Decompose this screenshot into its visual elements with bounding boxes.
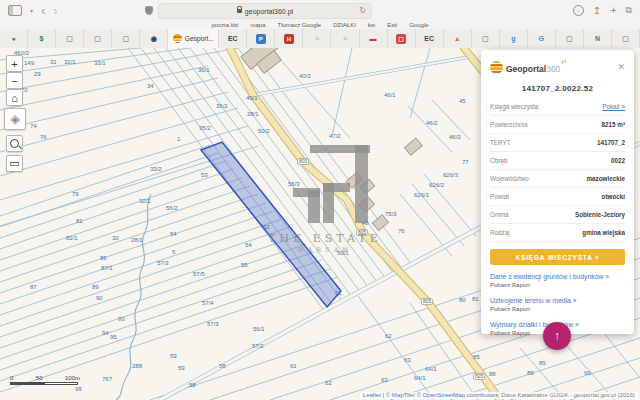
scale-100m: 100m (65, 375, 80, 381)
bookmark-item[interactable]: Google (409, 22, 428, 28)
pinned-tab[interactable]: ▢ (612, 29, 640, 48)
pinned-tab[interactable]: N (584, 29, 612, 48)
home-button[interactable]: ⌂ (6, 89, 23, 106)
tab-favicon: ▢ (566, 35, 573, 42)
parcel-label: 54 (170, 231, 177, 237)
pinned-tab[interactable]: P (247, 29, 275, 48)
bookmark-item[interactable]: mapa (250, 22, 265, 28)
ksiega-wieczysta-button[interactable]: KSIĘGA WIECZYSTA » (490, 249, 625, 265)
sidebar-toggle-icon[interactable] (8, 5, 22, 16)
parcel-label: 34 (147, 83, 154, 89)
pinned-tab[interactable]: ≡ (303, 29, 331, 48)
parcel-label: 46/2 (426, 120, 438, 126)
bookmarks-bar: poczta kbimapaTłumacz GoogleDZIAŁKIkwEst… (0, 20, 640, 29)
parcel-label: 51 (335, 290, 342, 296)
bookmark-item[interactable]: DZIAŁKI (333, 22, 356, 28)
parcel-label: 36/1 (198, 67, 210, 73)
parcel-label: 94 (102, 330, 109, 336)
report-download[interactable]: Pobierz Raport (490, 282, 625, 288)
brand-tld: .pl (560, 58, 566, 64)
bookmark-item[interactable]: kw (368, 22, 375, 28)
pinned-tab[interactable]: ◉ (140, 29, 168, 48)
parcel-label: 89 (527, 370, 534, 376)
parcel-label: 89 (539, 360, 546, 366)
bookmark-item[interactable]: poczta kbi (211, 22, 238, 28)
parcel-label: 59 (178, 365, 185, 371)
reload-icon[interactable]: ↻ (359, 6, 366, 15)
parcel-label: 82/1 (66, 235, 78, 241)
measure-button[interactable]: ▭ (6, 155, 23, 172)
parcel-label: 93 (118, 316, 125, 322)
privacy-shield-icon[interactable] (145, 6, 153, 15)
parcel-label: 56/2 (166, 205, 178, 211)
back-icon[interactable]: ‹ (41, 4, 45, 17)
row-label: Powiat (490, 193, 509, 200)
parcel-label: 56/1 (253, 326, 265, 332)
parcel-label: 79 (72, 191, 79, 197)
row-value: 0022 (611, 157, 625, 164)
pinned-tab[interactable]: ▢ (472, 29, 500, 48)
panel-row: TERYT141707_2 (490, 134, 625, 152)
row-value-link[interactable]: Pokaż » (602, 103, 625, 110)
pinned-tab[interactable]: g (500, 29, 528, 48)
new-tab-icon[interactable]: + (610, 4, 616, 16)
tab-overview-icon[interactable]: ⧉ (626, 5, 632, 16)
parcel-label: 80 (459, 297, 466, 303)
report-link[interactable]: Uzbrojenie terenu w media » (490, 297, 625, 304)
pinned-tab[interactable]: ▢ (56, 29, 84, 48)
bookmark-item[interactable]: Esti (387, 22, 397, 28)
pinned-tab[interactable]: EC (416, 29, 444, 48)
pinned-tab[interactable]: H (275, 29, 303, 48)
tab-favicon: EC (228, 35, 238, 42)
parcel-label: 99 (584, 370, 591, 376)
pinned-tab[interactable]: ▢ (112, 29, 140, 48)
scale-0: 0 (10, 375, 13, 381)
forward-icon[interactable]: › (53, 4, 57, 17)
layers-button[interactable]: ◈ (4, 108, 26, 130)
road-number-shield: 805 (297, 158, 309, 165)
pinned-tab[interactable]: G (528, 29, 556, 48)
scroll-up-fab[interactable]: ↑ (543, 322, 571, 350)
pinned-tab[interactable]: ▬ (360, 29, 388, 48)
close-icon[interactable]: ✕ (617, 62, 625, 72)
parcel-label: 89 (92, 284, 99, 290)
parcel-label: 47/2 (329, 133, 341, 139)
bookmark-item[interactable]: Tłumacz Google (277, 22, 321, 28)
tab-favicon: P (256, 34, 266, 44)
attribution-links[interactable]: Leaflet | © MapTiler © OpenStreetMap con… (363, 392, 500, 398)
parcel-label: 87/1 (101, 265, 113, 271)
zoom-out-button[interactable]: − (6, 72, 23, 89)
search-button[interactable] (6, 135, 23, 152)
browser-window: ▾ ‹ › geoportal360.pl ↻ ↓ ↥ + ⧉ poczta k… (0, 0, 640, 400)
parcel-label: 53 (201, 172, 208, 178)
report-link[interactable]: Dane z ewidencji gruntów i budynków » (490, 273, 625, 280)
downloads-icon[interactable]: ↓ (573, 5, 584, 16)
pinned-tab[interactable]: ● (0, 29, 28, 48)
parcel-label: 57/3 (207, 321, 219, 327)
parcel-label: 35/2 (199, 125, 211, 131)
pinned-tab[interactable]: ▲ (444, 29, 472, 48)
pinned-tab[interactable]: $ (28, 29, 56, 48)
parcel-label: 288 (132, 363, 142, 369)
share-icon[interactable]: ↥ (593, 5, 601, 16)
parcel-label: 61 (290, 363, 297, 369)
panel-row: GminaSobienie-Jeziory (490, 206, 625, 224)
parcel-label: 76 (398, 228, 405, 234)
scale-50: 50 (36, 375, 43, 381)
report-download[interactable]: Pobierz Raport (490, 306, 625, 312)
zoom-in-button[interactable]: + (6, 55, 23, 72)
chevron-down-icon[interactable]: ▾ (30, 7, 33, 14)
parcel-label: 1 (177, 136, 180, 142)
pinned-tab[interactable]: ▢ (84, 29, 112, 48)
parcel-label: 76 (40, 134, 47, 140)
selected-parcel[interactable] (201, 142, 341, 307)
row-label: Województwo (490, 175, 529, 182)
pinned-tab[interactable]: ≡ (331, 29, 359, 48)
active-tab-label: Geoport... (185, 35, 214, 42)
pinned-tab[interactable]: EC (219, 29, 247, 48)
active-tab-geoportal[interactable]: Geoport... (168, 29, 219, 48)
address-bar[interactable]: geoportal360.pl ↻ (158, 3, 372, 19)
parcel-label: 58 (219, 363, 226, 369)
pinned-tab[interactable]: ▢ (388, 29, 416, 48)
pinned-tab[interactable]: ▢ (556, 29, 584, 48)
